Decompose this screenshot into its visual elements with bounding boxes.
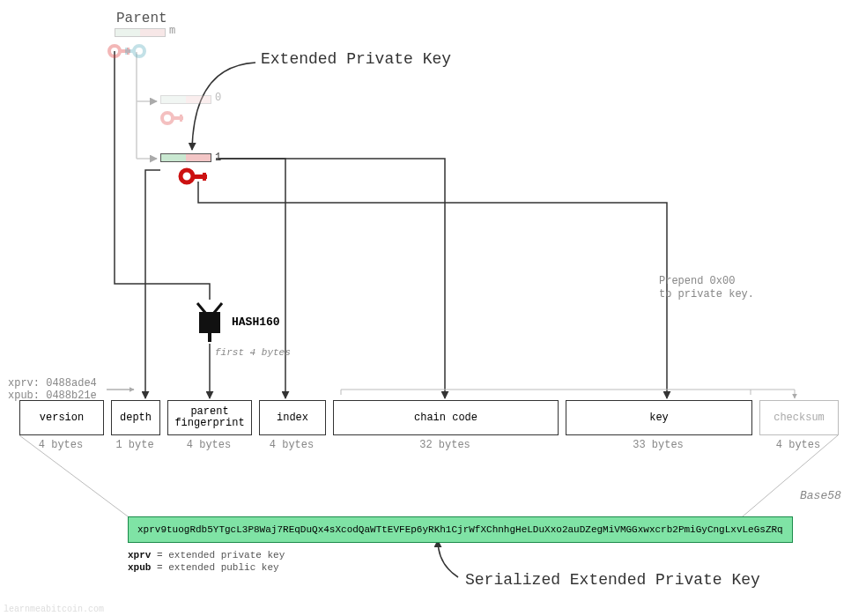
legend-xprv-text: = extended private key (157, 550, 285, 560)
size-version: 4 bytes (19, 439, 102, 451)
tree-node-1 (160, 153, 211, 162)
hash160-label: HASH160 (232, 315, 280, 329)
tree-node-0 (160, 95, 211, 104)
field-depth: depth (111, 400, 160, 435)
legend-xpub-text: = extended public key (157, 562, 279, 573)
field-parent-fingerprint: parent fingerprint (167, 400, 252, 435)
field-version: version (19, 400, 104, 435)
size-key: 33 bytes (566, 439, 751, 451)
parent-label: Parent (116, 11, 167, 26)
first-4-bytes-label: first 4 bytes (215, 347, 291, 358)
node-0-label: 0 (215, 92, 221, 104)
field-chain-code: chain code (333, 400, 559, 435)
field-checksum: checksum (759, 400, 839, 435)
key-icons-0 (157, 106, 203, 130)
key-icons-m (104, 39, 150, 63)
svg-rect-22 (199, 312, 220, 333)
serialized-result: xprv9tuogRdb5YTgcL3P8Waj7REqDuQx4sXcodQa… (128, 516, 793, 543)
svg-rect-19 (203, 173, 206, 181)
size-parent-fingerprint: 4 bytes (167, 439, 250, 451)
node-1-label: 1 (215, 152, 221, 164)
svg-rect-23 (208, 333, 211, 342)
field-index: index (259, 400, 326, 435)
svg-rect-13 (125, 48, 128, 55)
svg-point-17 (181, 170, 193, 182)
hash160-chip-icon (190, 300, 229, 344)
xprv-prefix: xprv: 0488ade4 (8, 377, 97, 390)
svg-rect-16 (180, 115, 182, 122)
title-extended-private-key: Extended Private Key (261, 50, 451, 68)
size-chain-code: 32 bytes (333, 439, 557, 451)
field-key: key (566, 400, 752, 435)
legend-xpub: xpub = extended public key (128, 562, 279, 573)
prepend-note: Prepend 0x00 to private key. (659, 275, 754, 301)
tree-node-m (115, 28, 166, 37)
size-depth: 1 byte (111, 439, 159, 451)
size-checksum: 4 bytes (759, 439, 837, 451)
base58-label: Base58 (800, 489, 841, 502)
title-serialized-epk: Serialized Extended Private Key (465, 571, 760, 589)
legend-xprv: xprv = extended private key (128, 550, 285, 560)
node-m-label: m (169, 25, 175, 37)
size-index: 4 bytes (259, 439, 324, 451)
watermark: learnmeabitcoin.com (4, 605, 104, 614)
key-icon-1 (174, 164, 217, 189)
